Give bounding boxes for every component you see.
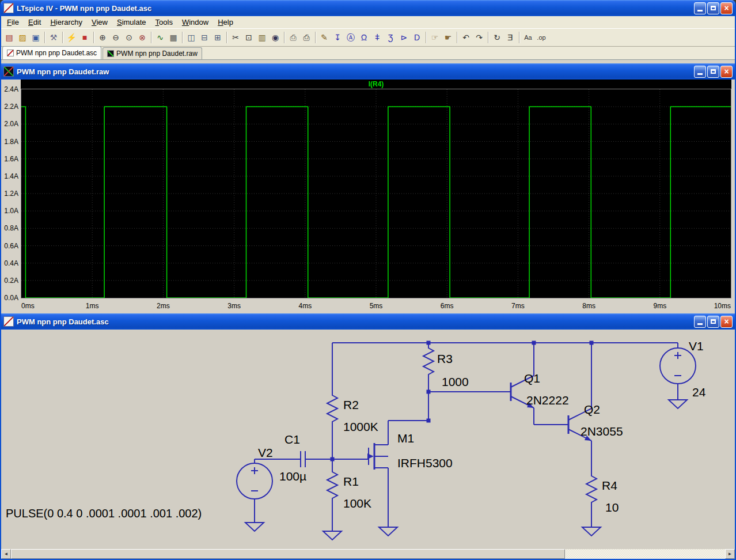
toolbar-print-button[interactable]: ⎙ — [300, 31, 313, 44]
toolbar-spice-directive-button[interactable]: .op — [535, 31, 548, 44]
toolbar-zoom-clear-button[interactable]: ⊗ — [136, 31, 149, 44]
schematic-title-bar[interactable]: PWM npn pnp Daudet.asc × — [1, 313, 735, 330]
tab-asc[interactable]: PWM npn pnp Daudet.asc — [2, 46, 101, 59]
capacitor-c1-symbol[interactable] — [301, 451, 305, 467]
label-q2-value[interactable]: 2N3055 — [581, 425, 623, 438]
toolbar-undo-button[interactable]: ↶ — [460, 31, 472, 44]
label-r1-value[interactable]: 100K — [343, 497, 371, 510]
toolbar-label-net-button[interactable]: Ⓐ — [344, 31, 357, 44]
label-q2-name[interactable]: Q2 — [584, 403, 600, 416]
label-r3-name[interactable]: R3 — [437, 352, 453, 365]
toolbar-new-schematic-button[interactable]: ▤ — [3, 31, 16, 44]
scrollbar-track[interactable] — [565, 549, 725, 559]
trace-label[interactable]: I(R4) — [369, 80, 384, 88]
toolbar-plot-settings-button[interactable]: ▦ — [167, 31, 180, 44]
toolbar-find-button[interactable]: ◉ — [269, 31, 282, 44]
schematic-minimize-button[interactable] — [694, 316, 706, 328]
menu-view[interactable]: View — [87, 17, 112, 28]
label-c1-value[interactable]: 100µ — [279, 470, 306, 483]
toolbar-control-panel-button[interactable]: ⚒ — [47, 31, 60, 44]
waveform-close-button[interactable]: × — [720, 66, 733, 78]
toolbar-capacitor-button[interactable]: ǂ — [371, 31, 384, 44]
label-r4-name[interactable]: R4 — [602, 479, 617, 492]
label-q1-name[interactable]: Q1 — [524, 372, 540, 385]
toolbar-diode-button[interactable]: ⊳ — [397, 31, 410, 44]
label-r2-value[interactable]: 1000K — [343, 420, 378, 433]
toolbar-text-button[interactable]: Aa — [522, 31, 534, 44]
resistor-r2-symbol[interactable] — [327, 393, 337, 424]
toolbar-ground-button[interactable]: ↧ — [331, 31, 344, 44]
toolbar-paste-button[interactable]: ▥ — [256, 31, 268, 44]
waveform-title-bar[interactable]: PWM npn pnp Daudet.raw × — [1, 63, 735, 80]
toolbar-inductor-button[interactable]: Ʒ — [384, 31, 397, 44]
label-r4-value[interactable]: 10 — [605, 501, 619, 514]
toolbar-open-button[interactable]: ▨ — [16, 31, 29, 44]
menu-file[interactable]: File — [2, 17, 24, 28]
plot-area[interactable] — [21, 89, 731, 298]
waveform-plot[interactable] — [21, 89, 731, 298]
menu-simulate[interactable]: Simulate — [112, 17, 151, 28]
toolbar-zoom-fit-button[interactable]: ⊙ — [123, 31, 135, 44]
tab-raw[interactable]: PWM npn pnp Daudet.raw — [103, 47, 202, 59]
menu-hierarchy[interactable]: Hierarchy — [45, 17, 87, 28]
label-v2-name[interactable]: V2 — [258, 446, 273, 459]
waveform-maximize-button[interactable] — [707, 66, 719, 78]
menu-tools[interactable]: Tools — [151, 17, 177, 28]
label-r3-value[interactable]: 1000 — [442, 375, 469, 388]
minimize-button[interactable] — [694, 2, 706, 14]
resistor-r1-symbol[interactable] — [327, 470, 337, 501]
toolbar-zoom-back-button[interactable]: ⊖ — [109, 31, 122, 44]
menu-window[interactable]: Window — [177, 17, 213, 28]
toolbar-redo-button[interactable]: ↷ — [473, 31, 485, 44]
label-q1-value[interactable]: 2N2222 — [526, 393, 569, 407]
main-title-bar[interactable]: LTspice IV - PWM npn pnp Daudet.asc × — [1, 0, 735, 16]
toolbar-run-button[interactable]: ⚡ — [65, 31, 78, 44]
menu-help[interactable]: Help — [213, 17, 238, 28]
ground-symbol[interactable] — [669, 400, 687, 408]
toolbar-save-button[interactable]: ▣ — [29, 31, 42, 44]
toolbar-component-button[interactable]: D — [411, 31, 423, 44]
label-m1-name[interactable]: M1 — [397, 432, 414, 445]
label-c1-name[interactable]: C1 — [284, 433, 300, 446]
voltage-source-v1-symbol[interactable] — [660, 348, 696, 384]
ground-symbol[interactable] — [582, 527, 601, 536]
toolbar-draw-wire-button[interactable]: ✎ — [318, 31, 331, 44]
ground-symbol[interactable] — [245, 523, 264, 531]
toolbar-cut-button[interactable]: ✂ — [229, 31, 242, 44]
scroll-left-button[interactable]: ◄ — [1, 549, 11, 559]
schematic-close-button[interactable]: × — [720, 316, 733, 328]
scroll-right-button[interactable]: ► — [725, 549, 735, 559]
horizontal-scrollbar[interactable]: ◄ ► — [1, 549, 735, 559]
resistor-r3-symbol[interactable] — [423, 346, 434, 377]
toolbar-move-button[interactable]: ☞ — [428, 31, 441, 44]
voltage-source-v2-symbol[interactable] — [237, 463, 272, 499]
schematic-canvas[interactable]: V1 24 R3 1000 R2 1000K R1 100K R4 10 M1 … — [1, 330, 735, 549]
schematic-maximize-button[interactable] — [707, 316, 719, 328]
toolbar-copy-button[interactable]: ⊡ — [242, 31, 255, 44]
toolbar-tile-horizontal-button[interactable]: ⊟ — [198, 31, 211, 44]
maximize-button[interactable] — [707, 2, 719, 14]
close-button[interactable]: × — [720, 2, 733, 14]
waveform-pane[interactable]: I(R4) 0.0A0.2A0.4A0.6A0.8A1.0A1.2A1.4A1.… — [1, 80, 735, 313]
ground-symbol[interactable] — [323, 531, 342, 540]
menu-edit[interactable]: Edit — [24, 17, 45, 28]
waveform-minimize-button[interactable] — [694, 66, 706, 78]
toolbar-print-preview-button[interactable]: ⎙ — [287, 31, 299, 44]
label-v2-pulse-value[interactable]: PULSE(0 0.4 0 .0001 .0001 .001 .002) — [6, 507, 202, 520]
toolbar-cascade-windows-button[interactable]: ⊞ — [211, 31, 224, 44]
resistor-r4-symbol[interactable] — [586, 474, 597, 505]
toolbar-rotate-button[interactable]: ↻ — [491, 31, 503, 44]
toolbar-halt-button[interactable]: ■ — [78, 31, 91, 44]
toolbar-tile-vertical-button[interactable]: ◫ — [185, 31, 198, 44]
ground-symbol[interactable] — [379, 527, 397, 536]
toolbar-autorange-y-button[interactable]: ∿ — [154, 31, 166, 44]
label-v1-name[interactable]: V1 — [689, 339, 704, 353]
toolbar-zoom-area-button[interactable]: ⊕ — [96, 31, 109, 44]
label-r1-name[interactable]: R1 — [343, 475, 359, 488]
label-v1-value[interactable]: 24 — [692, 385, 706, 399]
toolbar-resistor-button[interactable]: Ω — [358, 31, 370, 44]
toolbar-drag-button[interactable]: ☛ — [442, 31, 454, 44]
toolbar-mirror-button[interactable]: Ǝ — [504, 31, 517, 44]
label-r2-name[interactable]: R2 — [343, 398, 359, 411]
label-m1-value[interactable]: IRFH5300 — [397, 456, 453, 470]
